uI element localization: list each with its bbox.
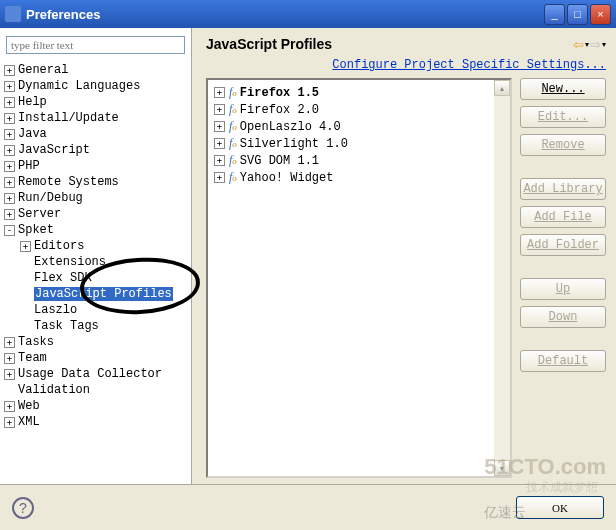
tree-toggle-icon[interactable]: + [4, 81, 15, 92]
scroll-up-icon[interactable]: ▴ [494, 80, 510, 96]
tree-item[interactable]: +Remote Systems [4, 174, 187, 190]
tree-toggle-icon[interactable]: + [4, 65, 15, 76]
profile-toggle-icon[interactable]: + [214, 104, 225, 115]
tree-label: Tasks [18, 335, 54, 349]
profile-item[interactable]: +foFirefox 1.5 [210, 84, 508, 101]
configure-project-link[interactable]: Configure Project Specific Settings... [206, 58, 606, 72]
profile-toggle-icon[interactable]: + [214, 87, 225, 98]
profile-item[interactable]: +foOpenLaszlo 4.0 [210, 118, 508, 135]
tree-label: Spket [18, 223, 54, 237]
tree-child-item[interactable]: JavaScript Profiles [20, 286, 187, 302]
edit-button[interactable]: Edit... [520, 106, 606, 128]
maximize-button[interactable]: □ [567, 4, 588, 25]
tree-toggle-icon[interactable]: + [4, 401, 15, 412]
nav-forward-menu-icon[interactable]: ▾ [602, 40, 606, 49]
tree-label: Task Tags [34, 319, 99, 333]
close-button[interactable]: × [590, 4, 611, 25]
ok-button[interactable]: OK [516, 496, 604, 519]
tree-toggle-icon[interactable]: + [4, 161, 15, 172]
help-icon[interactable]: ? [12, 497, 34, 519]
tree-item[interactable]: +General [4, 62, 187, 78]
profile-label: OpenLaszlo 4.0 [240, 120, 341, 134]
tree-item[interactable]: +Web [4, 398, 187, 414]
tree-item[interactable]: +Tasks [4, 334, 187, 350]
down-button[interactable]: Down [520, 306, 606, 328]
profile-toggle-icon[interactable]: + [214, 138, 225, 149]
profile-icon: fo [229, 119, 237, 134]
tree-item[interactable]: Validation [4, 382, 187, 398]
tree-toggle-icon[interactable]: + [4, 417, 15, 428]
app-icon [5, 6, 21, 22]
tree-toggle-icon[interactable]: + [4, 353, 15, 364]
tree-toggle-icon[interactable]: + [4, 177, 15, 188]
tree-label: Usage Data Collector [18, 367, 162, 381]
filter-input[interactable] [6, 36, 185, 54]
tree-child-item[interactable]: Flex SDK [20, 270, 187, 286]
list-scrollbar[interactable]: ▴ ▾ [494, 80, 510, 476]
profile-item[interactable]: +foFirefox 2.0 [210, 101, 508, 118]
profile-label: SVG DOM 1.1 [240, 154, 319, 168]
add-folder-button[interactable]: Add Folder [520, 234, 606, 256]
nav-back-menu-icon[interactable]: ▾ [585, 40, 589, 49]
profile-item[interactable]: +foYahoo! Widget [210, 169, 508, 186]
tree-item[interactable]: +Server [4, 206, 187, 222]
tree-item[interactable]: +XML [4, 414, 187, 430]
action-buttons: New... Edit... Remove Add Library Add Fi… [520, 78, 606, 478]
tree-label: Web [18, 399, 40, 413]
tree-toggle-icon[interactable]: - [4, 225, 15, 236]
scroll-track[interactable] [494, 96, 510, 460]
nav-toolbar: ⇦ ▾ ⇨ ▾ [573, 37, 606, 52]
tree-toggle-icon[interactable]: + [4, 145, 15, 156]
add-library-button[interactable]: Add Library [520, 178, 606, 200]
new-button[interactable]: New... [520, 78, 606, 100]
tree-item[interactable]: +Usage Data Collector [4, 366, 187, 382]
preferences-tree[interactable]: +General+Dynamic Languages+Help+Install/… [0, 62, 191, 484]
profile-icon: fo [229, 136, 237, 151]
remove-button[interactable]: Remove [520, 134, 606, 156]
tree-label: Remote Systems [18, 175, 119, 189]
tree-toggle-icon[interactable]: + [20, 241, 31, 252]
scroll-down-icon[interactable]: ▾ [494, 460, 510, 476]
tree-label: Editors [34, 239, 84, 253]
tree-item[interactable]: +Install/Update [4, 110, 187, 126]
minimize-button[interactable]: _ [544, 4, 565, 25]
tree-item[interactable]: -Spket [4, 222, 187, 238]
tree-toggle-icon[interactable]: + [4, 129, 15, 140]
profile-label: Firefox 1.5 [240, 86, 319, 100]
tree-child-item[interactable]: Task Tags [20, 318, 187, 334]
tree-item[interactable]: +PHP [4, 158, 187, 174]
tree-toggle-icon[interactable]: + [4, 369, 15, 380]
tree-child-item[interactable]: +Editors [20, 238, 187, 254]
profile-toggle-icon[interactable]: + [214, 155, 225, 166]
tree-item[interactable]: +Help [4, 94, 187, 110]
tree-item[interactable]: +JavaScript [4, 142, 187, 158]
tree-toggle-icon[interactable]: + [4, 193, 15, 204]
tree-toggle-icon[interactable]: + [4, 209, 15, 220]
profile-item[interactable]: +foSVG DOM 1.1 [210, 152, 508, 169]
tree-label: XML [18, 415, 40, 429]
titlebar: Preferences _ □ × [0, 0, 616, 28]
tree-label: Extensions [34, 255, 106, 269]
tree-item[interactable]: +Team [4, 350, 187, 366]
add-file-button[interactable]: Add File [520, 206, 606, 228]
tree-item[interactable]: +Dynamic Languages [4, 78, 187, 94]
tree-label: Run/Debug [18, 191, 83, 205]
tree-toggle-icon[interactable]: + [4, 97, 15, 108]
default-button[interactable]: Default [520, 350, 606, 372]
tree-toggle-icon[interactable]: + [4, 337, 15, 348]
tree-toggle-icon[interactable]: + [4, 113, 15, 124]
profiles-list[interactable]: +foFirefox 1.5+foFirefox 2.0+foOpenLaszl… [206, 78, 512, 478]
tree-label: General [18, 63, 68, 77]
profile-item[interactable]: +foSilverlight 1.0 [210, 135, 508, 152]
nav-forward-icon[interactable]: ⇨ [590, 37, 601, 52]
tree-item[interactable]: +Run/Debug [4, 190, 187, 206]
profile-toggle-icon[interactable]: + [214, 121, 225, 132]
nav-back-icon[interactable]: ⇦ [573, 37, 584, 52]
up-button[interactable]: Up [520, 278, 606, 300]
profile-toggle-icon[interactable]: + [214, 172, 225, 183]
profile-icon: fo [229, 153, 237, 168]
tree-child-item[interactable]: Laszlo [20, 302, 187, 318]
tree-item[interactable]: +Java [4, 126, 187, 142]
profile-label: Silverlight 1.0 [240, 137, 348, 151]
tree-child-item[interactable]: Extensions [20, 254, 187, 270]
